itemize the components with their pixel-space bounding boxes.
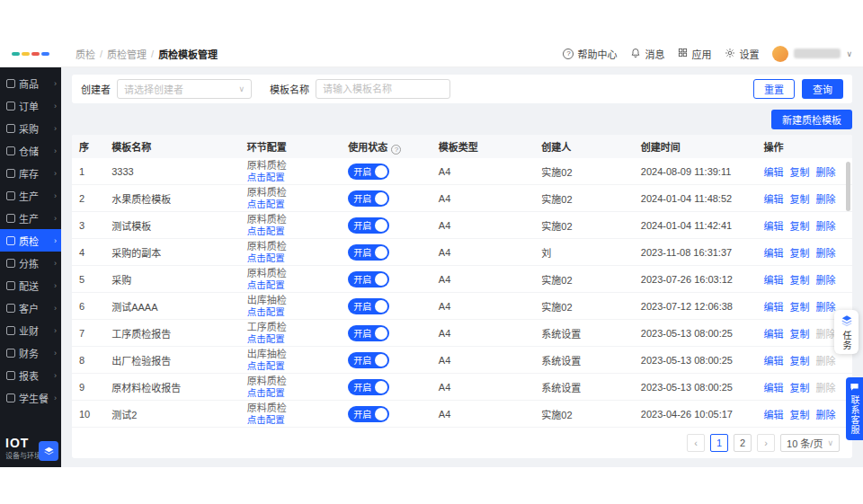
status-toggle[interactable]: 开启 (348, 298, 389, 314)
copy-link[interactable]: 复制 (789, 248, 809, 259)
copy-link[interactable]: 复制 (789, 302, 809, 313)
delete-link[interactable]: 删除 (815, 302, 835, 313)
copy-link[interactable]: 复制 (789, 383, 809, 393)
page-button-1[interactable]: 1 (710, 434, 728, 452)
sidebar-item-icon (6, 214, 15, 223)
sidebar-item-13[interactable]: 财务› (0, 341, 61, 364)
sidebar-item-11[interactable]: 客户› (0, 296, 61, 319)
copy-link[interactable]: 复制 (789, 275, 809, 286)
status-toggle[interactable]: 开启 (348, 271, 389, 287)
status-toggle[interactable]: 开启 (348, 325, 389, 341)
edit-link[interactable]: 编辑 (763, 221, 783, 232)
configure-link[interactable]: 点击配置 (247, 172, 334, 182)
creator-select[interactable]: 请选择创建者 ∨ (117, 79, 252, 99)
sidebar-item-6[interactable]: 生产› (0, 184, 61, 207)
page-button-2[interactable]: 2 (734, 434, 752, 452)
settings-button[interactable]: 设置 (725, 47, 759, 61)
prev-page-button[interactable]: ‹ (687, 434, 705, 452)
creator: 实施02 (534, 212, 634, 239)
sidebar-item-4[interactable]: 仓储› (0, 139, 61, 162)
edit-link[interactable]: 编辑 (763, 194, 783, 205)
copy-link[interactable]: 复制 (789, 194, 809, 205)
copy-link[interactable]: 复制 (789, 410, 809, 420)
configure-link[interactable]: 点击配置 (247, 306, 334, 317)
template-name-input[interactable] (316, 79, 450, 99)
status-toggle[interactable]: 开启 (348, 164, 389, 180)
query-button[interactable]: 查询 (802, 79, 843, 99)
status-toggle[interactable]: 开启 (348, 406, 389, 422)
reset-button[interactable]: 重置 (753, 79, 795, 99)
app-window: 质检/质检管理/质检模板管理 ? 帮助中心 消息 应用 (0, 40, 863, 467)
copy-link[interactable]: 复制 (789, 167, 809, 178)
sidebar-item-9[interactable]: 分拣› (0, 252, 61, 274)
configure-link[interactable]: 点击配置 (247, 333, 334, 344)
toggle-knob (375, 192, 387, 205)
vertical-scrollbar-thumb[interactable] (846, 162, 850, 211)
app-logo[interactable] (0, 52, 61, 56)
configure-link[interactable]: 点击配置 (247, 279, 334, 290)
copy-link[interactable]: 复制 (789, 221, 809, 232)
info-icon[interactable]: ? (391, 145, 401, 155)
status-toggle[interactable]: 开启 (348, 244, 389, 261)
status-toggle[interactable]: 开启 (348, 190, 389, 207)
stage-label: 工序质检 (247, 322, 334, 333)
edit-link[interactable]: 编辑 (763, 410, 783, 420)
breadcrumb-item[interactable]: 质检管理 (107, 47, 147, 61)
sidebar-item-5[interactable]: 库存› (0, 162, 61, 184)
next-page-button[interactable]: › (757, 434, 775, 452)
sidebar-item-14[interactable]: 报表› (0, 364, 61, 386)
messages-button[interactable]: 消息 (630, 47, 664, 61)
edit-link[interactable]: 编辑 (763, 248, 783, 259)
delete-link[interactable]: 删除 (815, 410, 835, 420)
status-toggle[interactable]: 开启 (348, 379, 389, 395)
copy-link[interactable]: 复制 (789, 356, 809, 367)
row-index: 10 (72, 401, 104, 428)
configure-link[interactable]: 点击配置 (247, 414, 334, 425)
breadcrumb-item[interactable]: 质检 (76, 47, 95, 61)
table-row: 9原材料检收报告原料质检点击配置开启A4系统设置2023-05-13 08:00… (72, 374, 852, 401)
sidebar-item-1[interactable]: 商品› (0, 72, 61, 94)
page-size-select[interactable]: 10 条/页 ∨ (780, 434, 840, 452)
delete-link[interactable]: 删除 (815, 248, 835, 259)
sidebar-item-8[interactable]: 质检› (0, 229, 61, 252)
configure-link[interactable]: 点击配置 (247, 252, 334, 263)
support-float-button[interactable]: 联系客服 (846, 377, 863, 440)
column-header: 序 (72, 135, 104, 158)
configure-link[interactable]: 点击配置 (247, 225, 334, 236)
delete-link[interactable]: 删除 (815, 167, 835, 178)
chevron-right-icon: › (54, 259, 57, 268)
tasks-float-button[interactable]: 任务 (834, 310, 859, 354)
new-template-button[interactable]: 新建质检模板 (771, 110, 852, 129)
delete-link[interactable]: 删除 (815, 221, 835, 232)
delete-link[interactable]: 删除 (815, 275, 835, 286)
configure-link[interactable]: 点击配置 (247, 199, 334, 209)
sidebar-item-3[interactable]: 采购› (0, 117, 61, 139)
configure-link[interactable]: 点击配置 (247, 360, 334, 371)
edit-link[interactable]: 编辑 (763, 329, 783, 340)
iot-device-icon[interactable] (39, 441, 58, 461)
created-time: 2023-07-26 16:03:12 (634, 266, 757, 293)
configure-link[interactable]: 点击配置 (247, 387, 334, 398)
status-toggle[interactable]: 开启 (348, 217, 389, 234)
delete-link[interactable]: 删除 (815, 194, 835, 205)
sidebar-item-15[interactable]: 学生餐› (0, 386, 61, 409)
edit-link[interactable]: 编辑 (763, 167, 783, 178)
sidebar-item-12[interactable]: 业财› (0, 319, 61, 341)
chevron-right-icon: › (54, 169, 57, 178)
sidebar-item-2[interactable]: 订单› (0, 94, 61, 117)
copy-link[interactable]: 复制 (789, 329, 809, 340)
table-body: 13333原料质检点击配置开启A4实施022024-08-09 11:39:11… (72, 158, 852, 428)
edit-link[interactable]: 编辑 (763, 356, 783, 367)
status-toggle[interactable]: 开启 (348, 352, 389, 368)
sidebar-item-10[interactable]: 配送› (0, 274, 61, 296)
edit-link[interactable]: 编辑 (763, 275, 783, 286)
column-header: 模板类型 (432, 135, 535, 158)
apps-button[interactable]: 应用 (678, 47, 711, 61)
edit-link[interactable]: 编辑 (763, 383, 783, 393)
edit-link[interactable]: 编辑 (763, 302, 783, 313)
help-center-button[interactable]: ? 帮助中心 (563, 47, 617, 61)
user-menu[interactable]: ∨ (772, 46, 852, 62)
sidebar-menu: 商品›订单›采购›仓储›库存›生产›生产›质检›分拣›配送›客户›业财›财务›报… (0, 67, 61, 432)
sidebar-item-7[interactable]: 生产› (0, 207, 61, 229)
support-label: 联系客服 (850, 395, 859, 435)
